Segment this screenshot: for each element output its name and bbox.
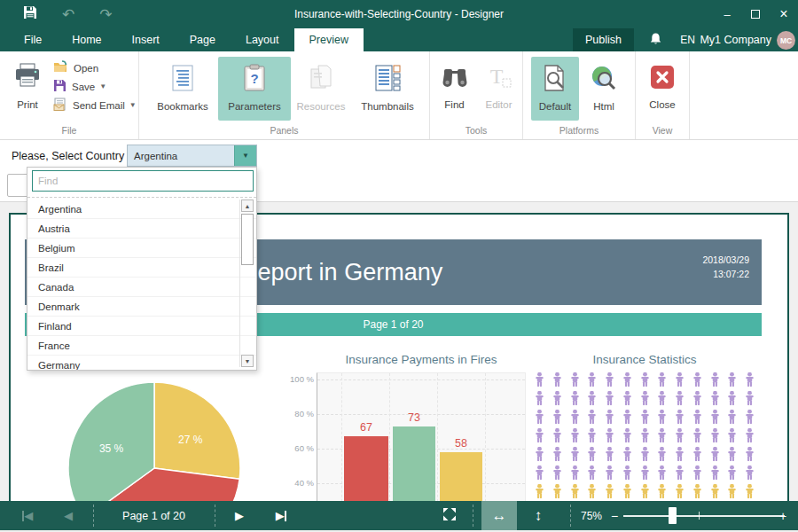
menu-tab-page[interactable]: Page [175, 28, 231, 51]
pictogram-row [534, 427, 755, 443]
person-icon [534, 390, 545, 406]
print-button[interactable]: Print [7, 55, 48, 119]
parameters-button[interactable]: ? Parameters [218, 57, 291, 121]
person-icon [604, 390, 615, 406]
menu-tab-preview[interactable]: Preview [294, 28, 364, 51]
person-icon [656, 372, 668, 387]
pie-slice [154, 382, 240, 479]
previous-page-button[interactable]: ◀ [55, 501, 82, 530]
minimize-button[interactable]: – [713, 0, 741, 28]
zoom-in-button[interactable]: + [777, 501, 789, 530]
send-email-dropdown-caret-icon[interactable]: ▼ [129, 101, 137, 109]
person-icon [744, 427, 755, 443]
person-icon [552, 372, 563, 387]
zoom-slider-thumb[interactable] [669, 507, 677, 524]
fullscreen-button[interactable] [436, 501, 463, 530]
country-option[interactable]: Denmark [27, 297, 256, 317]
send-email-button[interactable]: Send Email ▼ [53, 96, 137, 114]
person-icon [604, 446, 615, 462]
bar-value-label: 58 [455, 437, 467, 450]
report-time: 13:07:22 [702, 267, 749, 281]
country-dropdown-panel: ArgentinaAustriaBelgiumBrazilCanadaDenma… [27, 167, 257, 371]
country-combobox[interactable]: Argentina ▼ [127, 145, 257, 167]
group-label-platforms: Platforms [523, 123, 635, 139]
country-option[interactable]: Argentina [27, 200, 256, 219]
person-icon [534, 372, 545, 387]
publish-button[interactable]: Publish [573, 28, 634, 51]
person-icon [692, 483, 703, 499]
country-option[interactable]: France [27, 336, 256, 356]
person-icon [586, 465, 598, 481]
save-button[interactable]: Save ▼ [53, 77, 137, 96]
person-icon [639, 427, 651, 443]
group-label-file: File [0, 123, 138, 139]
avatar[interactable]: MC [777, 31, 795, 50]
scrollbar-thumb[interactable] [241, 214, 254, 265]
close-preview-button[interactable]: Close [638, 57, 686, 121]
printer-icon [13, 62, 42, 92]
combobox-value: Argentina [128, 145, 234, 166]
next-page-button[interactable]: ▶ [226, 501, 253, 530]
maximize-button[interactable] [741, 0, 770, 28]
group-label-view: View [636, 123, 689, 139]
person-icon [674, 390, 685, 406]
next-page-icon: ▶ [235, 509, 244, 522]
default-platform-button[interactable]: Default [531, 57, 579, 121]
person-icon [656, 483, 668, 499]
thumbnails-button[interactable]: Thumbnails [351, 57, 424, 121]
default-document-magnifier-icon [542, 64, 568, 96]
notifications-bell-icon[interactable] [648, 32, 663, 51]
y-axis-label: 40 % [278, 478, 314, 488]
person-icon [622, 465, 633, 481]
combobox-dropdown-icon[interactable]: ▼ [234, 145, 256, 166]
person-icon [552, 446, 563, 462]
person-icon [622, 427, 633, 443]
person-icon [674, 372, 685, 387]
menu-tab-insert[interactable]: Insert [117, 28, 175, 51]
person-icon [604, 483, 615, 499]
person-icon [552, 409, 563, 425]
person-icon [692, 409, 703, 425]
person-icon [692, 372, 703, 387]
person-icon [692, 390, 703, 406]
fit-height-button[interactable]: ↕ [525, 501, 552, 530]
ribbon-group-view: Close View [636, 51, 690, 139]
language-selector[interactable]: EN [680, 28, 695, 51]
save-dropdown-caret-icon[interactable]: ▼ [99, 82, 106, 90]
previous-page-icon: ◀ [64, 509, 73, 522]
open-button[interactable]: Open [53, 59, 137, 77]
menu-tab-file[interactable]: File [9, 28, 57, 51]
zoom-slider-track[interactable] [623, 515, 785, 517]
person-icon [586, 427, 598, 443]
fit-width-button[interactable]: ↔ [481, 501, 517, 530]
bar-value-label: 67 [360, 421, 372, 434]
menu-tab-home[interactable]: Home [57, 28, 116, 51]
find-button[interactable]: Find [434, 57, 474, 121]
country-option[interactable]: Canada [27, 278, 256, 297]
fit-width-icon: ↔ [492, 507, 507, 525]
bookmarks-button[interactable]: Bookmarks [149, 57, 216, 121]
zoom-out-button[interactable]: − [608, 501, 621, 530]
person-icon [726, 446, 738, 462]
menu-tab-layout[interactable]: Layout [231, 28, 294, 51]
ribbon-group-panels: Bookmarks ? Parameters Resources Thumbna… [139, 51, 430, 139]
pie-slice-label: 27 % [178, 434, 202, 446]
person-icon [604, 465, 615, 481]
country-option[interactable]: Belgium [27, 239, 256, 258]
close-window-button[interactable]: × [770, 0, 798, 28]
dropdown-scrollbar[interactable]: ▲ ▼ [239, 200, 254, 367]
first-page-button[interactable]: ◀ [12, 501, 43, 530]
person-icon [569, 390, 581, 406]
parameter-label: Please, Select Country [12, 150, 124, 162]
last-page-button[interactable]: ▶ [266, 501, 296, 530]
scroll-down-icon[interactable]: ▼ [241, 355, 254, 367]
html-platform-button[interactable]: Html [581, 57, 627, 121]
scroll-up-icon[interactable]: ▲ [241, 200, 254, 212]
country-option[interactable]: Brazil [27, 258, 256, 278]
country-option[interactable]: Germany [27, 356, 256, 370]
country-option[interactable]: Austria [27, 219, 256, 239]
account-name[interactable]: My1 Company [700, 28, 771, 51]
person-icon [744, 446, 755, 462]
find-input[interactable] [32, 170, 254, 192]
country-option[interactable]: Finland [27, 317, 256, 336]
